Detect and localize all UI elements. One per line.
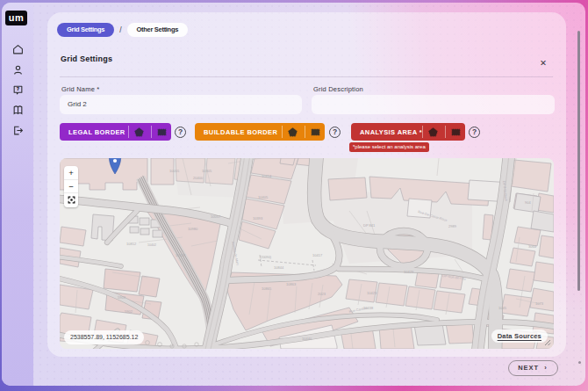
svg-text:10418: 10418 [176,253,186,257]
svg-text:10440: 10440 [302,337,312,341]
svg-text:5902: 5902 [125,309,133,314]
svg-text:1045: 1045 [498,306,507,310]
svg-text:10980: 10980 [188,227,198,231]
svg-text:10305: 10305 [202,169,212,173]
svg-text:3064: 3064 [528,244,537,249]
svg-text:10429: 10429 [404,270,414,274]
svg-text:10405: 10405 [258,195,269,199]
svg-text:10402: 10402 [147,243,156,247]
svg-text:10865: 10865 [262,286,272,291]
svg-text:10417: 10417 [312,253,323,257]
svg-text:10057: 10057 [211,214,221,219]
svg-text:10863: 10863 [286,282,297,286]
svg-text:?: ? [16,87,18,91]
svg-text:5903: 5903 [118,295,126,300]
svg-text:10844: 10844 [274,265,284,270]
svg-text:20400: 20400 [193,176,204,180]
svg-text:(20090): (20090) [260,256,272,259]
svg-text:904: 904 [525,200,531,205]
svg-text:2989: 2989 [448,224,457,228]
svg-text:2023: 2023 [318,292,326,296]
svg-text:DP 841: DP 841 [363,223,376,228]
svg-text:10055: 10055 [169,169,180,173]
svg-text:10423: 10423 [367,291,377,295]
svg-text:10414: 10414 [262,174,272,178]
svg-text:1073: 1073 [535,301,544,306]
svg-text:10812: 10812 [126,242,137,246]
svg-text:10393: 10393 [253,216,263,221]
